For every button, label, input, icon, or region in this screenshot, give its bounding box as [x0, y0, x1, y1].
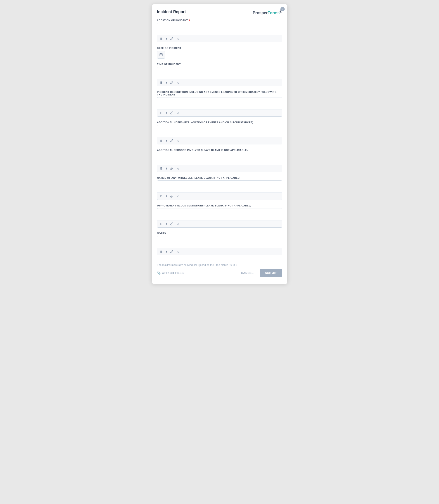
date-picker-button[interactable] [157, 51, 165, 59]
field-description-label: INCIDENT DESCRIPTION INCLUDING ANY EVENT… [157, 91, 282, 96]
additional-notes-emoji-btn[interactable]: ☺ [176, 139, 181, 143]
attach-label: ATTACH FILES [162, 271, 184, 275]
notes-editor: B I ☺ [157, 236, 282, 255]
description-italic-btn[interactable]: I [165, 111, 168, 115]
notes-emoji-btn[interactable]: ☺ [176, 250, 181, 254]
location-toolbar: B I ☺ [157, 35, 282, 42]
additional-notes-input[interactable] [157, 125, 282, 136]
time-editor: B I ☺ [157, 67, 282, 86]
required-star: ★ [189, 19, 191, 22]
submit-button[interactable]: SUBMIT [260, 269, 282, 277]
witnesses-toolbar: B I ☺ [157, 192, 282, 200]
notes-link-btn[interactable] [169, 250, 174, 254]
description-input[interactable] [157, 97, 282, 108]
location-emoji-btn[interactable]: ☺ [176, 37, 181, 41]
time-toolbar: B I ☺ [157, 79, 282, 86]
time-link-btn[interactable] [169, 81, 174, 84]
description-editor: B I ☺ [157, 97, 282, 117]
description-toolbar: B I ☺ [157, 109, 282, 116]
field-additional-notes: ADDITIONAL NOTES (EXPLANATION OF EVENTS … [157, 121, 282, 144]
field-notes: NOTES B I ☺ [157, 232, 282, 255]
notes-input[interactable] [157, 236, 282, 247]
location-link-btn[interactable] [169, 37, 174, 41]
location-editor: B I ☺ [157, 23, 282, 42]
improvement-bold-btn[interactable]: B [159, 222, 163, 226]
field-improvement: IMPROVEMENT RECOMMENDATIONS (LEAVE BLANK… [157, 204, 282, 228]
form-actions: CANCEL SUBMIT [238, 269, 282, 277]
brand-prosper: Prosper [253, 11, 268, 15]
form-content: LOCATION OF INCIDENT ★ B I ☺ DATE OF INC… [157, 19, 282, 284]
witnesses-bold-btn[interactable]: B [159, 194, 163, 198]
persons-involved-input[interactable] [157, 153, 282, 164]
modal-container: Incident Report ProsperForms® × LOCATION… [152, 4, 287, 284]
witnesses-emoji-btn[interactable]: ☺ [176, 194, 181, 198]
improvement-toolbar: B I ☺ [157, 220, 282, 228]
field-date-label: DATE OF INCIDENT [157, 47, 282, 49]
additional-notes-bold-btn[interactable]: B [159, 139, 163, 143]
footer-section: The maximum file size allowed per upload… [157, 260, 282, 284]
persons-involved-italic-btn[interactable]: I [165, 167, 168, 171]
field-date: DATE OF INCIDENT [157, 47, 282, 59]
time-bold-btn[interactable]: B [159, 80, 163, 85]
location-bold-btn[interactable]: B [159, 36, 163, 41]
field-description: INCIDENT DESCRIPTION INCLUDING ANY EVENT… [157, 91, 282, 117]
field-improvement-label: IMPROVEMENT RECOMMENDATIONS (LEAVE BLANK… [157, 204, 282, 207]
time-input[interactable] [157, 67, 282, 78]
location-italic-btn[interactable]: I [165, 37, 168, 41]
brand-logo: ProsperForms® [253, 10, 282, 15]
witnesses-link-btn[interactable] [169, 194, 174, 198]
brand-forms: Forms [268, 11, 280, 15]
notes-bold-btn[interactable]: B [159, 250, 163, 254]
persons-involved-link-btn[interactable] [169, 167, 174, 170]
improvement-input[interactable] [157, 208, 282, 219]
field-persons-involved: ADDITIONAL PERSONS INVOLVED (LEAVE BLANK… [157, 149, 282, 172]
persons-involved-bold-btn[interactable]: B [159, 166, 163, 171]
time-emoji-btn[interactable]: ☺ [176, 81, 181, 85]
cancel-button[interactable]: CANCEL [238, 270, 257, 276]
witnesses-italic-btn[interactable]: I [165, 194, 168, 198]
additional-notes-editor: B I ☺ [157, 125, 282, 144]
svg-rect-0 [160, 54, 162, 56]
field-location-label: LOCATION OF INCIDENT ★ [157, 19, 282, 22]
field-notes-label: NOTES [157, 232, 282, 235]
modal-header: Incident Report ProsperForms® [157, 10, 282, 15]
description-link-btn[interactable] [169, 111, 174, 115]
additional-notes-italic-btn[interactable]: I [165, 139, 168, 143]
time-italic-btn[interactable]: I [165, 81, 168, 85]
persons-involved-emoji-btn[interactable]: ☺ [176, 167, 181, 171]
persons-involved-toolbar: B I ☺ [157, 165, 282, 172]
description-bold-btn[interactable]: B [159, 111, 163, 115]
notes-toolbar: B I ☺ [157, 248, 282, 255]
modal-title: Incident Report [157, 10, 186, 14]
field-time: TIME OF INCIDENT B I ☺ [157, 63, 282, 86]
field-additional-notes-label: ADDITIONAL NOTES (EXPLANATION OF EVENTS … [157, 121, 282, 124]
field-witnesses: NAMES OF ANY WITNESSES (LEAVE BLANK IF N… [157, 177, 282, 200]
field-location: LOCATION OF INCIDENT ★ B I ☺ [157, 19, 282, 42]
improvement-editor: B I ☺ [157, 208, 282, 228]
paperclip-icon: 📎 [157, 271, 161, 275]
improvement-emoji-btn[interactable]: ☺ [176, 222, 181, 226]
location-input[interactable] [157, 23, 282, 34]
additional-notes-toolbar: B I ☺ [157, 137, 282, 144]
file-size-note: The maximum file size allowed per upload… [157, 264, 282, 266]
footer-actions: 📎 ATTACH FILES CANCEL SUBMIT [157, 269, 282, 280]
close-button[interactable]: × [280, 7, 285, 11]
improvement-link-btn[interactable] [169, 222, 174, 226]
additional-notes-link-btn[interactable] [169, 139, 174, 143]
notes-italic-btn[interactable]: I [165, 250, 168, 254]
improvement-italic-btn[interactable]: I [165, 222, 168, 226]
persons-involved-editor: B I ☺ [157, 153, 282, 172]
witnesses-input[interactable] [157, 181, 282, 192]
witnesses-editor: B I ☺ [157, 180, 282, 200]
field-time-label: TIME OF INCIDENT [157, 63, 282, 66]
description-emoji-btn[interactable]: ☺ [176, 111, 181, 115]
field-witnesses-label: NAMES OF ANY WITNESSES (LEAVE BLANK IF N… [157, 177, 282, 179]
field-persons-involved-label: ADDITIONAL PERSONS INVOLVED (LEAVE BLANK… [157, 149, 282, 151]
attach-files-button[interactable]: 📎 ATTACH FILES [157, 271, 184, 275]
